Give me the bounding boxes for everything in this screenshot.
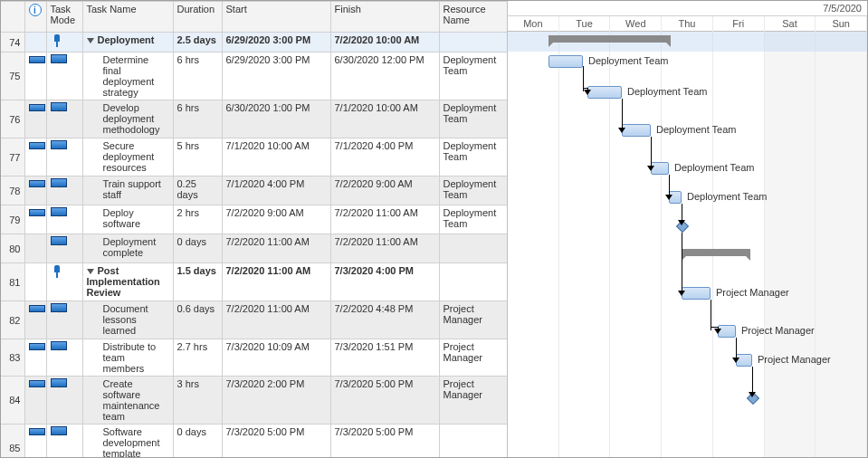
task-name-cell[interactable]: Train support staff <box>82 177 173 205</box>
gantt-task-bar[interactable] <box>682 287 711 300</box>
finish-cell[interactable]: 7/2/2020 11:00 AM <box>330 234 439 263</box>
gantt-row[interactable]: Project Manager <box>508 350 867 388</box>
start-cell[interactable]: 7/1/2020 10:00 AM <box>222 138 330 177</box>
table-row[interactable]: 74Deployment2.5 days6/29/2020 3:00 PM7/2… <box>1 33 508 52</box>
gantt-task-bar[interactable] <box>651 162 669 175</box>
finish-cell[interactable]: 7/2/2020 11:00 AM <box>330 205 439 234</box>
dur-cell[interactable]: 3 hrs <box>173 377 222 425</box>
gantt-row[interactable] <box>508 388 867 435</box>
start-cell[interactable]: 7/2/2020 9:00 AM <box>222 205 330 234</box>
gantt-task-bar[interactable] <box>718 325 736 338</box>
res-cell[interactable]: Project Manager <box>439 377 508 425</box>
task-name-cell[interactable]: Document lessons learned <box>82 301 173 339</box>
gantt-row[interactable]: Deployment Team <box>508 120 867 158</box>
task-name-cell[interactable]: Post Implementation Review <box>82 263 173 301</box>
res-cell[interactable] <box>439 425 508 458</box>
res-cell[interactable] <box>439 33 508 52</box>
col-header-duration[interactable]: Duration <box>173 2 222 33</box>
task-mode-cell[interactable] <box>46 138 82 177</box>
table-row[interactable]: 82Document lessons learned0.6 days7/2/20… <box>1 301 508 339</box>
res-cell[interactable]: Project Manager <box>439 339 508 377</box>
finish-cell[interactable]: 7/2/2020 10:00 AM <box>330 33 439 52</box>
task-name-cell[interactable]: Create software maintenance team <box>82 377 173 425</box>
table-row[interactable]: 84Create software maintenance team3 hrs7… <box>1 377 508 425</box>
gantt-row[interactable]: Deployment Team <box>508 52 867 82</box>
gantt-row[interactable]: Deployment Team <box>508 187 867 216</box>
table-row[interactable]: 79Deploy software2 hrs7/2/2020 9:00 AM7/… <box>1 205 508 234</box>
dur-cell[interactable]: 0.6 days <box>173 301 222 339</box>
gantt-milestone[interactable] <box>676 220 689 233</box>
task-name-cell[interactable]: Determine final deployment strategy <box>82 52 173 100</box>
task-mode-cell[interactable] <box>46 205 82 234</box>
gantt-row[interactable] <box>508 245 867 283</box>
dur-cell[interactable]: 6 hrs <box>173 100 222 138</box>
gantt-milestone[interactable] <box>747 392 759 405</box>
row-index[interactable]: 79 <box>1 205 24 234</box>
start-cell[interactable]: 6/30/2020 1:00 PM <box>222 100 330 138</box>
gantt-task-bar[interactable] <box>587 86 622 99</box>
row-index[interactable]: 77 <box>1 138 24 177</box>
dur-cell[interactable]: 1.5 days <box>173 263 222 301</box>
gantt-row[interactable]: Deployment Team <box>508 82 867 120</box>
task-name-cell[interactable]: Develop deployment methodology <box>82 100 173 138</box>
task-name-cell[interactable]: Deployment complete <box>82 234 173 263</box>
task-mode-cell[interactable] <box>46 339 82 377</box>
task-name-cell[interactable]: Secure deployment resources <box>82 138 173 177</box>
finish-cell[interactable]: 7/3/2020 4:00 PM <box>330 263 439 301</box>
row-index[interactable]: 81 <box>1 263 24 301</box>
col-header-name[interactable]: Task Name <box>82 2 173 33</box>
gantt-row[interactable] <box>508 216 867 245</box>
table-row[interactable]: 81Post Implementation Review1.5 days7/2/… <box>1 263 508 301</box>
row-index[interactable]: 85 <box>1 425 24 458</box>
row-index[interactable]: 75 <box>1 52 24 100</box>
table-row[interactable]: 77Secure deployment resources5 hrs7/1/20… <box>1 138 508 177</box>
finish-cell[interactable]: 6/30/2020 12:00 PM <box>330 52 439 100</box>
col-header-resource[interactable]: Resource Name <box>439 2 508 33</box>
row-index[interactable]: 84 <box>1 377 24 425</box>
gantt-row[interactable]: Project Manager <box>508 283 867 321</box>
task-table[interactable]: i Task Mode Task Name Duration Start Fin… <box>1 1 508 457</box>
task-mode-cell[interactable] <box>46 100 82 138</box>
gantt-pane[interactable]: 7/5/2020 MonTueWedThuFriSatSun Deploymen… <box>508 1 867 457</box>
collapse-caret-icon[interactable] <box>87 38 94 43</box>
col-header-mode[interactable]: Task Mode <box>46 2 82 33</box>
gantt-task-bar[interactable] <box>622 124 651 137</box>
dur-cell[interactable]: 0 days <box>173 234 222 263</box>
row-index[interactable]: 74 <box>1 33 24 52</box>
table-row[interactable]: 75Determine final deployment strategy6 h… <box>1 52 508 100</box>
dur-cell[interactable]: 2 hrs <box>173 205 222 234</box>
dur-cell[interactable]: 6 hrs <box>173 52 222 100</box>
gantt-row[interactable]: Deployment Team <box>508 158 867 187</box>
start-cell[interactable]: 7/1/2020 4:00 PM <box>222 177 330 205</box>
dur-cell[interactable]: 0.25 days <box>173 177 222 205</box>
row-index[interactable]: 78 <box>1 177 24 205</box>
start-cell[interactable]: 7/3/2020 2:00 PM <box>222 377 330 425</box>
finish-cell[interactable]: 7/3/2020 1:51 PM <box>330 339 439 377</box>
res-cell[interactable]: Deployment Team <box>439 177 508 205</box>
gantt-body[interactable]: Deployment TeamDeployment TeamDeployment… <box>508 32 867 457</box>
col-header-index[interactable] <box>1 2 24 33</box>
res-cell[interactable]: Deployment Team <box>439 52 508 100</box>
dur-cell[interactable]: 2.7 hrs <box>173 339 222 377</box>
start-cell[interactable]: 7/3/2020 10:09 AM <box>222 339 330 377</box>
res-cell[interactable] <box>439 234 508 263</box>
col-header-finish[interactable]: Finish <box>330 2 439 33</box>
task-mode-cell[interactable] <box>46 425 82 458</box>
start-cell[interactable]: 7/2/2020 11:00 AM <box>222 234 330 263</box>
table-row[interactable]: 85Software development template complete… <box>1 425 508 458</box>
task-mode-cell[interactable] <box>46 177 82 205</box>
gantt-summary-bar[interactable] <box>548 35 671 43</box>
finish-cell[interactable]: 7/2/2020 4:48 PM <box>330 301 439 339</box>
res-cell[interactable]: Deployment Team <box>439 205 508 234</box>
task-mode-cell[interactable] <box>46 301 82 339</box>
collapse-caret-icon[interactable] <box>87 269 94 274</box>
start-cell[interactable]: 7/2/2020 11:00 AM <box>222 301 330 339</box>
task-name-cell[interactable]: Deployment <box>82 33 173 52</box>
task-name-cell[interactable]: Software development template complete <box>82 425 173 458</box>
gantt-task-bar[interactable] <box>736 354 752 367</box>
task-name-cell[interactable]: Deploy software <box>82 205 173 234</box>
gantt-row[interactable] <box>508 32 867 52</box>
table-row[interactable]: 76Develop deployment methodology6 hrs6/3… <box>1 100 508 138</box>
col-header-info[interactable]: i <box>24 2 46 33</box>
gantt-task-bar[interactable] <box>669 191 682 204</box>
